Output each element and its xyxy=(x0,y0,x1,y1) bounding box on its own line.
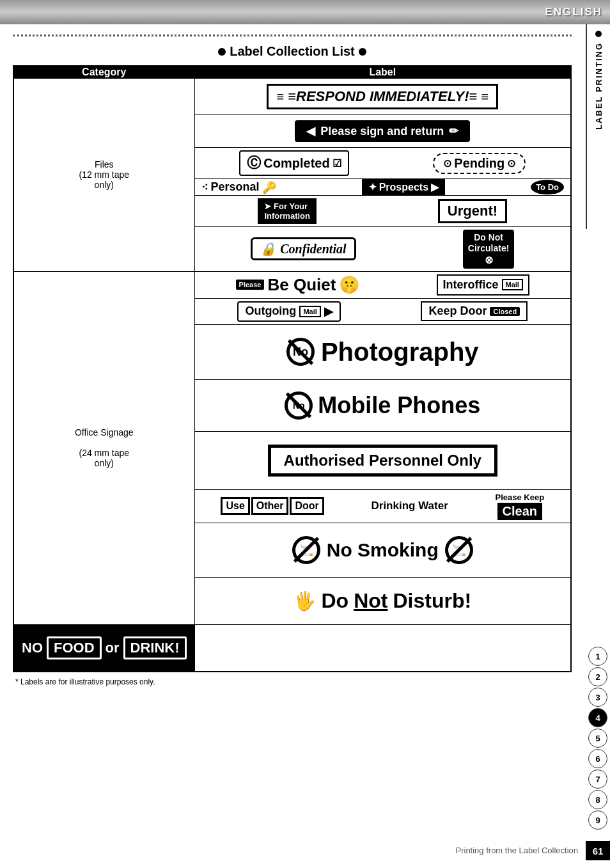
label-interoffice: Interoffice Mail xyxy=(437,274,529,296)
chapter-7[interactable]: 7 xyxy=(588,769,607,789)
label-cell-authpersonnel: Authorised Personnel Only xyxy=(194,431,571,489)
please-badge: Please xyxy=(236,280,265,290)
closed-badge: Closed xyxy=(490,307,520,316)
mail-badge2: Mail xyxy=(299,306,320,317)
label-pending: ⊙Pending⊙ xyxy=(433,153,526,174)
fyi-urgent-wrapper: ➤ For YourInformation Urgent! xyxy=(195,196,570,226)
mail-badge: Mail xyxy=(502,279,523,290)
authpersonnel-wrapper: Authorised Personnel Only xyxy=(200,439,565,482)
nofooddrink-wrapper: NO FOOD or DRINK! xyxy=(19,631,189,665)
use-box: Use xyxy=(221,497,249,515)
not-underline: Not xyxy=(354,589,387,613)
label-cell-personal-prospects: ⁖Personal🔑 ✦Prospects▶ To Do xyxy=(194,179,571,196)
title-row: Label Collection List xyxy=(13,44,572,59)
category-files: Files (12 mm tape only) xyxy=(13,79,194,272)
table-row: Files (12 mm tape only) ≡RESPOND IMMEDIA… xyxy=(13,79,571,115)
label-prospects: ✦Prospects▶ xyxy=(362,179,445,195)
other-box: Other xyxy=(251,497,289,515)
label-cell-mobilephones: No Mobile Phones xyxy=(194,379,571,431)
label-keepdoor: Keep Door Closed xyxy=(421,301,528,321)
mobilephones-wrapper: No Mobile Phones xyxy=(200,386,565,425)
label-respond-wrapper: ≡RESPOND IMMEDIATELY!≡ xyxy=(195,79,570,114)
label-authpersonnel: Authorised Personnel Only xyxy=(268,445,497,477)
label-outgoing: Outgoing Mail ▶ xyxy=(237,301,340,322)
completed-pending-wrapper: ⒸCompleted☑ ⊙Pending⊙ xyxy=(195,148,570,178)
label-pleasesign-wrapper: ◀ Please sign and return ✏ xyxy=(195,115,570,147)
label-respond: ≡RESPOND IMMEDIATELY!≡ xyxy=(267,84,498,109)
label-nofooddrink: NO FOOD or DRINK! xyxy=(22,636,187,659)
language-label: ENGLISH xyxy=(545,6,602,19)
label-urgent: Urgent! xyxy=(438,199,507,223)
label-cell-completed-pending: ⒸCompleted☑ ⊙Pending⊙ xyxy=(194,148,571,179)
no-mobile-symbol: No xyxy=(285,391,313,420)
personal-prospects-wrapper: ⁖Personal🔑 ✦Prospects▶ To Do xyxy=(195,179,570,195)
category-office: Office Signage (24 mm tape only) xyxy=(13,271,194,624)
label-cell-respond: ≡RESPOND IMMEDIATELY!≡ xyxy=(194,79,571,115)
chapter-5[interactable]: 5 xyxy=(588,729,607,748)
label-pleasekeepclean: Please Keep Clean xyxy=(496,493,545,520)
side-tab: LABEL PRINTING xyxy=(586,24,610,229)
label-cell-donotdisturb: 🖐 Do Not Disturb! xyxy=(194,577,571,624)
title-bullet-right xyxy=(359,48,366,56)
dotted-divider xyxy=(13,35,572,36)
no-smoking-symbol-right: 🚬 xyxy=(445,536,473,564)
label-cell-photography: No Photography xyxy=(194,324,571,379)
label-mobilephones: No Mobile Phones xyxy=(285,391,480,420)
chapter-1[interactable]: 1 xyxy=(588,647,607,666)
side-tab-bullet xyxy=(595,31,602,37)
label-cell-outgoing-keepdoor: Outgoing Mail ▶ Keep Door Closed xyxy=(194,298,571,324)
chapter-6[interactable]: 6 xyxy=(588,749,607,768)
label-cell-confidential: 🔒Confidential Do Not Circulate! ⊗ xyxy=(194,227,571,272)
label-drinkingwater: Drinking Water xyxy=(371,500,448,512)
label-fyi: ➤ For YourInformation xyxy=(258,198,317,224)
label-usedoor: Use Other Door xyxy=(221,497,324,515)
label-cell-pleasesign: ◀ Please sign and return ✏ xyxy=(194,115,571,148)
label-cell-fyi-urgent: ➤ For YourInformation Urgent! xyxy=(194,196,571,227)
bequiet-interoffice-wrapper: Please Be Quiet 🤫 Interoffice Mail xyxy=(195,272,570,298)
table-row: Office Signage (24 mm tape only) Please … xyxy=(13,271,571,298)
label-completed: ⒸCompleted☑ xyxy=(239,150,348,176)
footer-page-label: Printing from the Label Collection xyxy=(456,846,579,855)
confidential-wrapper: 🔒Confidential Do Not Circulate! ⊗ xyxy=(195,227,570,271)
col-header-label: Label xyxy=(194,66,571,79)
label-cell-nosmoking: 🚬 No Smoking 🚬 xyxy=(194,523,571,577)
label-personal: ⁖Personal🔑 xyxy=(201,180,276,194)
footer-note: * Labels are for illustrative purposes o… xyxy=(13,677,572,686)
chapter-nav: 1 2 3 4 5 6 7 8 9 xyxy=(586,647,610,830)
table-row: NO FOOD or DRINK! xyxy=(13,624,571,672)
photography-wrapper: No Photography xyxy=(200,333,565,372)
footer-page-number: 61 xyxy=(586,841,610,860)
chapter-3[interactable]: 3 xyxy=(588,688,607,707)
label-cell-usedoor: Use Other Door Drinking Water Please Kee… xyxy=(194,489,571,523)
chapter-2[interactable]: 2 xyxy=(588,667,607,686)
label-collection-table: Category Label Files (12 mm tape only) ≡… xyxy=(13,65,572,672)
donotdisturb-wrapper: 🖐 Do Not Disturb! xyxy=(200,584,565,618)
usedoor-wrapper: Use Other Door Drinking Water Please Kee… xyxy=(195,490,570,523)
side-tab-text: LABEL PRINTING xyxy=(594,42,604,130)
chapter-4-active[interactable]: 4 xyxy=(588,708,607,727)
label-photography: No Photography xyxy=(286,338,479,367)
label-nosmoking: 🚬 No Smoking 🚬 xyxy=(292,536,473,564)
label-donotcirc: Do Not Circulate! ⊗ xyxy=(463,230,515,269)
page-title: Label Collection List xyxy=(230,44,355,59)
label-bequiet: Please Be Quiet 🤫 xyxy=(236,275,360,295)
chapter-9[interactable]: 9 xyxy=(588,810,607,830)
label-pleasesign: ◀ Please sign and return ✏ xyxy=(295,120,470,142)
no-photo-symbol: No xyxy=(286,338,315,366)
main-content: Label Collection List Category Label Fil… xyxy=(0,24,584,686)
label-confidential: 🔒Confidential xyxy=(251,237,356,260)
title-bullet-left xyxy=(218,48,226,56)
top-header: ENGLISH xyxy=(0,0,610,24)
nosmoking-wrapper: 🚬 No Smoking 🚬 xyxy=(200,531,565,569)
label-cell-bequiet-interoffice: Please Be Quiet 🤫 Interoffice Mail xyxy=(194,271,571,298)
label-cell-nofooddrink: NO FOOD or DRINK! xyxy=(13,624,194,672)
no-smoking-symbol-left: 🚬 xyxy=(292,536,320,564)
door-box: Door xyxy=(290,497,324,515)
label-donotdisturb: 🖐 Do Not Disturb! xyxy=(293,589,471,613)
col-header-category: Category xyxy=(13,66,194,79)
outgoing-keepdoor-wrapper: Outgoing Mail ▶ Keep Door Closed xyxy=(195,299,570,324)
label-todo: To Do xyxy=(531,180,564,194)
chapter-8[interactable]: 8 xyxy=(588,790,607,809)
